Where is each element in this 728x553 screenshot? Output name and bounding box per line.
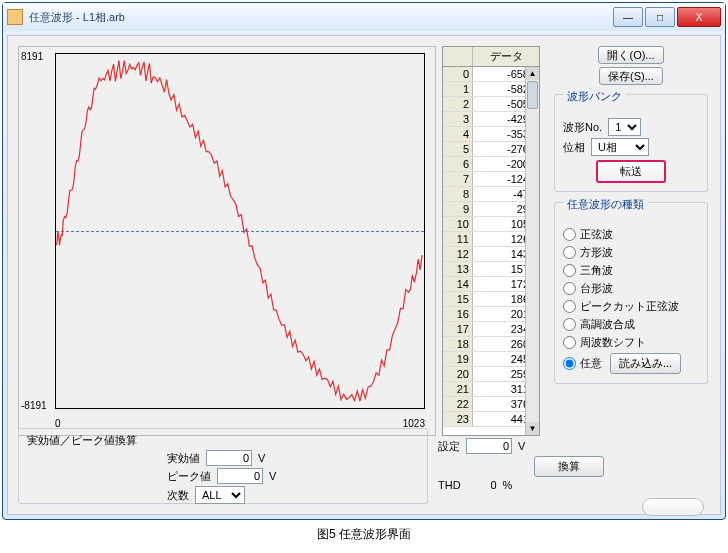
app-window: 任意波形 - L1相.arb — □ X 8191 -8191 0 1023 [2,2,726,520]
close-button[interactable]: X [677,7,721,27]
type-legend: 任意波形の種類 [563,197,648,212]
waveform-bank-group: 波形バンク 波形No. 1 位相 U相 転送 [554,94,708,192]
table-scrollbar[interactable]: ▲ ▼ [525,67,539,435]
waveform-no-label: 波形No. [563,120,602,135]
wavetype-label: 高調波合成 [580,317,635,332]
rms-input[interactable] [206,450,252,466]
wavetype-radio[interactable] [563,300,576,313]
waveform-type-group: 任意波形の種類 正弦波方形波三角波台形波ピークカット正弦波高調波合成周波数シフト… [554,202,708,384]
peak-input[interactable] [217,468,263,484]
wavetype-radio[interactable] [563,318,576,331]
dialog-button[interactable] [642,498,704,516]
save-button[interactable]: 保存(S)... [599,67,663,85]
wavetype-label: 台形波 [580,281,613,296]
scroll-thumb[interactable] [527,81,538,109]
set-unit: V [518,440,525,452]
right-panel: 開く(O)... 保存(S)... 波形バンク 波形No. 1 位相 U相 転送 [546,46,710,436]
wavetype-radio[interactable] [563,246,576,259]
wavetype-label: 周波数シフト [580,335,646,350]
calc-panel: 設定 V 換算 THD 0 % [428,428,710,504]
thd-unit: % [503,479,513,491]
peak-unit: V [269,470,276,482]
wavetype-radio[interactable] [563,357,576,370]
set-label: 設定 [438,439,460,454]
thd-value: 0 [467,479,497,491]
client-area: 8191 -8191 0 1023 データ 0-6581-5822-5053- [7,35,721,515]
transfer-button[interactable]: 転送 [596,160,666,183]
titlebar: 任意波形 - L1相.arb — □ X [3,3,725,31]
rms-unit: V [258,452,265,464]
maximize-button[interactable]: □ [645,7,675,27]
wavetype-radio[interactable] [563,228,576,241]
wavetype-radio[interactable] [563,282,576,295]
window-title: 任意波形 - L1相.arb [29,10,613,25]
bottom-panel: 実効値／ピーク値換算 実効値 V ピーク値 V [18,428,710,504]
bank-legend: 波形バンク [563,89,626,104]
load-button[interactable]: 読み込み... [610,353,681,374]
rms-legend: 実効値／ピーク値換算 [27,434,137,446]
table-header-data: データ [473,47,539,66]
open-button[interactable]: 開く(O)... [598,46,663,64]
wavetype-radio[interactable] [563,264,576,277]
phase-select[interactable]: U相 [591,138,649,156]
plot-area [55,53,425,409]
data-table: データ 0-6581-5822-5053-4294-3535-2766-2007… [442,46,540,436]
scroll-up-icon[interactable]: ▲ [526,67,539,80]
order-label: 次数 [167,488,189,503]
rms-group: 実効値／ピーク値換算 実効値 V ピーク値 V [18,428,428,504]
rms-label: 実効値 [167,451,200,466]
table-body[interactable]: 0-6581-5822-5053-4294-3535-2766-2007-124… [443,67,539,435]
set-input[interactable] [466,438,512,454]
y-max-label: 8191 [21,51,43,62]
wavetype-label: 任意 [580,356,602,371]
wavetype-label: ピークカット正弦波 [580,299,679,314]
wavetype-label: 方形波 [580,245,613,260]
peak-label: ピーク値 [167,469,211,484]
waveform-no-select[interactable]: 1 [608,118,641,136]
wavetype-label: 三角波 [580,263,613,278]
figure-caption: 图5 任意波形界面 [2,526,726,543]
waveform-plot: 8191 -8191 0 1023 [18,46,436,436]
calc-button[interactable]: 換算 [534,456,604,477]
table-header: データ [443,47,539,67]
minimize-button[interactable]: — [613,7,643,27]
waveform-trace [56,54,424,408]
wavetype-label: 正弦波 [580,227,613,242]
wavetype-radio[interactable] [563,336,576,349]
app-icon [7,9,23,25]
phase-label: 位相 [563,140,585,155]
y-min-label: -8191 [21,400,47,411]
order-select[interactable]: ALL [195,486,245,504]
thd-label: THD [438,479,461,491]
